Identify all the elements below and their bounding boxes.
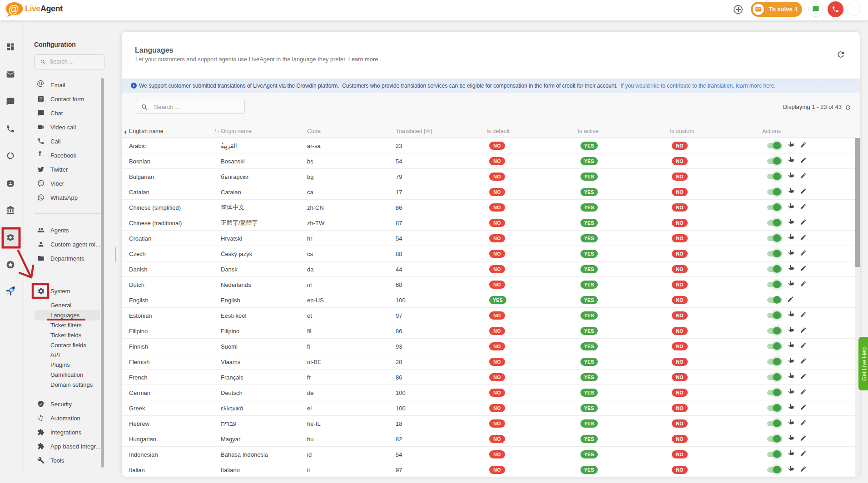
svg-text:@: @ <box>9 3 19 15</box>
